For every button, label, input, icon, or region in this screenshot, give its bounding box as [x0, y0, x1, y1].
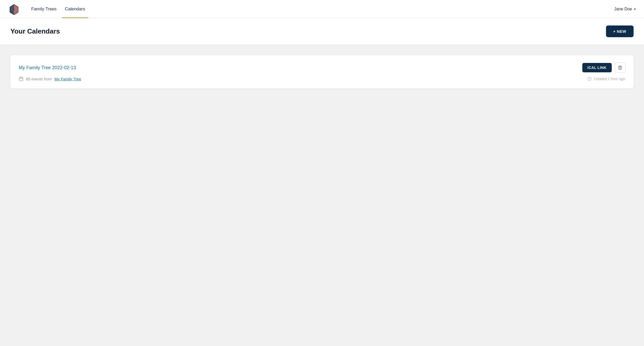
source-tree-link[interactable]: My Family Tree [54, 77, 81, 81]
app-header: Family Trees Calendars Jane Doe ▾ [0, 0, 644, 18]
header-right: Jane Doe ▾ [614, 7, 636, 11]
clock-icon [587, 77, 592, 81]
calendar-card: My Family Tree 2022-02-13 ICAL LINK [10, 55, 634, 88]
events-count: 85 events from [26, 77, 52, 81]
created-info: Created 1 hour ago [587, 77, 625, 81]
user-name: Jane Doe [614, 7, 632, 11]
delete-calendar-button[interactable] [615, 62, 625, 73]
new-calendar-button[interactable]: + NEW [606, 25, 634, 37]
page-title-bar: Your Calendars + NEW [0, 18, 644, 45]
events-info: 85 events from My Family Tree [19, 76, 81, 81]
nav-item-calendars[interactable]: Calendars [62, 0, 88, 18]
card-header: My Family Tree 2022-02-13 ICAL LINK [19, 62, 625, 73]
card-footer: 85 events from My Family Tree Created 1 … [19, 76, 625, 81]
calendar-title[interactable]: My Family Tree 2022-02-13 [19, 65, 76, 71]
main-nav: Family Trees Calendars [28, 0, 88, 18]
trash-icon [618, 65, 622, 70]
card-actions: ICAL LINK [582, 62, 625, 73]
ical-link-button[interactable]: ICAL LINK [582, 63, 612, 72]
page-title: Your Calendars [10, 27, 60, 35]
nav-item-family-trees[interactable]: Family Trees [28, 0, 60, 18]
app-logo[interactable] [8, 3, 20, 15]
main-content: My Family Tree 2022-02-13 ICAL LINK [0, 45, 644, 346]
svg-rect-2 [19, 77, 23, 81]
created-label: Created 1 hour ago [594, 77, 625, 81]
calendar-icon [19, 76, 23, 81]
user-menu-chevron-icon[interactable]: ▾ [634, 7, 636, 11]
